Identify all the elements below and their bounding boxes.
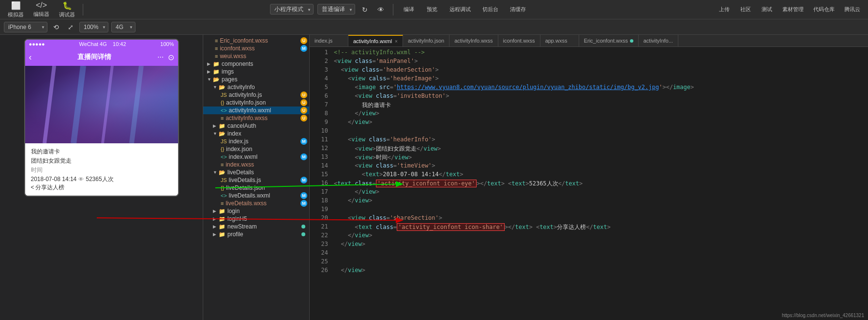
- tab-label: iconfont.wxss: [503, 38, 535, 44]
- tree-folder-newstream[interactable]: ▶ 📁 newStream: [203, 223, 309, 230]
- tree-item-index-json[interactable]: {} index.json: [203, 145, 309, 153]
- repo-btn[interactable]: 代码仓库: [809, 5, 838, 14]
- tree-item-activityinfo-js[interactable]: JS activityInfo.js U: [203, 91, 309, 99]
- main-layout: ●●●●● WeChat 4G 10:42 100% ‹ 直播间详情 ··· ⊙: [0, 35, 868, 320]
- nav-dots[interactable]: ···: [157, 53, 164, 62]
- compile-select-wrapper[interactable]: 普通编译: [317, 4, 355, 15]
- tree-item-livedetails-json[interactable]: {} liveDetails.json: [203, 184, 309, 192]
- upload-btn[interactable]: 上传: [715, 5, 734, 14]
- code-line: 1 <!-- activityInfo.wxml -->: [310, 49, 868, 58]
- zoom-select[interactable]: 100%: [79, 22, 108, 32]
- tree-folder-loginh5[interactable]: ▶ 📁 loginH5: [203, 215, 309, 223]
- tab-app-wxss[interactable]: app.wxss: [540, 35, 579, 46]
- code-line: 18 </view>: [310, 197, 868, 206]
- line-number: 26: [314, 267, 328, 274]
- code-content: <text>2018-07-08 14:14</text>: [334, 171, 864, 178]
- switch-btn[interactable]: 切后台: [479, 4, 502, 15]
- mode-select[interactable]: 小程序模式: [270, 4, 314, 15]
- file-icon: JS: [221, 177, 227, 183]
- test-btn[interactable]: 测试: [757, 5, 777, 14]
- nav-record[interactable]: ⊙: [168, 53, 174, 62]
- badge-m: M: [300, 45, 307, 52]
- tree-item-label: index.wxss: [225, 161, 254, 168]
- line-number: 5: [314, 84, 328, 91]
- collapse-arrow: ▶: [213, 224, 219, 229]
- line-number: 17: [314, 188, 328, 195]
- phone-nav: ‹ 直播间详情 ··· ⊙: [25, 48, 178, 66]
- simulator-btn[interactable]: ⬜ 模拟器: [4, 0, 28, 19]
- line-number: 4: [314, 75, 328, 82]
- tab-close-btn[interactable]: ×: [395, 39, 398, 44]
- tree-item-iconfont-wxss[interactable]: ≡ iconfont.wxss M: [203, 45, 309, 52]
- tree-folder-imgs[interactable]: ▶ 📁 imgs: [203, 68, 309, 76]
- tree-item-label: Eric_iconfont.wxss: [220, 37, 268, 44]
- code-content: <view class='headerSection'>: [334, 66, 864, 73]
- tree-item-index-wxss[interactable]: ≡ index.wxss: [203, 161, 309, 168]
- tree-item-activityinfo-wxss[interactable]: ≡ activityInfo.wxss U: [203, 114, 309, 122]
- tab-activityinfo-wxml[interactable]: activityInfo.wxml ×: [348, 35, 403, 46]
- compile-btn[interactable]: 编译: [399, 4, 419, 15]
- tab-index-js[interactable]: index.js: [310, 35, 348, 46]
- phone-battery: 100%: [160, 41, 174, 47]
- tree-item-label: cancelAuth: [227, 122, 256, 129]
- separator1: [83, 4, 83, 15]
- network-select-wrapper[interactable]: 4G: [111, 22, 135, 32]
- community-btn[interactable]: 社区: [736, 5, 755, 14]
- tree-folder-activityinfo[interactable]: ▼ 📂 activityInfo: [203, 83, 309, 91]
- debugger-icon: 🐛: [62, 1, 72, 10]
- tree-item-weui-wxss[interactable]: ≡ weui.wxss: [203, 52, 309, 60]
- tree-item-label: profile: [227, 231, 243, 238]
- tab-iconfont-wxss[interactable]: iconfont.wxss: [498, 35, 540, 46]
- clear-btn[interactable]: 清缓存: [506, 4, 530, 15]
- code-line: 26 </view>: [310, 267, 868, 275]
- tree-item-livedetails-wxml[interactable]: <> liveDetails.wxml M: [203, 192, 309, 199]
- tab-activityinfo-dots[interactable]: activityInfo...: [639, 35, 678, 46]
- code-content: </view>: [334, 188, 864, 195]
- tree-item-label: index: [227, 130, 241, 137]
- tree-item-livedetails-wxss[interactable]: ≡ liveDetails.wxss M: [203, 199, 309, 207]
- phone-hero-image: [25, 66, 178, 143]
- tree-folder-login[interactable]: ▶ 📁 login: [203, 207, 309, 215]
- tab-label: activityInfo.wxss: [454, 38, 493, 44]
- tree-item-label: liveDetails: [227, 169, 254, 176]
- rotate-btn[interactable]: ⟲: [50, 21, 62, 33]
- expand-btn[interactable]: ⤢: [65, 21, 76, 33]
- tree-item-label: login: [227, 208, 239, 214]
- code-content: <text class='activity_iconfont icon-eye'…: [334, 180, 864, 188]
- collapse-arrow: ▼: [207, 77, 213, 82]
- assets-btn[interactable]: 素材管理: [778, 5, 808, 14]
- mode-select-wrapper[interactable]: 小程序模式: [270, 4, 314, 15]
- refresh-btn[interactable]: ↻: [359, 4, 371, 15]
- file-icon: {}: [221, 100, 224, 106]
- tree-item-activityinfo-json[interactable]: {} activityInfo.json U: [203, 99, 309, 107]
- tab-activityinfo-json[interactable]: activityInfo.json: [403, 35, 449, 46]
- tencent-btn[interactable]: 腾讯云: [840, 5, 864, 14]
- tab-eric-iconfont-wxss[interactable]: Eric_iconfont.wxss: [579, 35, 639, 46]
- zoom-select-wrapper[interactable]: 100%: [79, 22, 108, 32]
- editor-btn[interactable]: </> 编辑器: [30, 0, 53, 19]
- tree-folder-livedetails[interactable]: ▼ 📂 liveDetails: [203, 168, 309, 176]
- badge-m: M: [300, 177, 307, 183]
- device-select-wrapper[interactable]: iPhone 6: [4, 22, 47, 32]
- tree-item-activityinfo-wxml[interactable]: <> activityInfo.wxml U: [203, 107, 309, 114]
- time-label: 时间: [31, 166, 172, 175]
- tree-item-index-js[interactable]: JS index.js M: [203, 137, 309, 145]
- tree-item-index-wxml[interactable]: <> index.wxml M: [203, 153, 309, 161]
- tab-activityinfo-wxss[interactable]: activityInfo.wxss: [449, 35, 498, 46]
- tree-item-livedetails-js[interactable]: JS liveDetails.js M: [203, 176, 309, 184]
- eye-btn[interactable]: 👁: [374, 4, 387, 15]
- network-select[interactable]: 4G: [111, 22, 135, 32]
- preview-btn[interactable]: 预览: [422, 4, 442, 15]
- compile-select[interactable]: 普通编译: [317, 4, 355, 15]
- remote-debug-btn[interactable]: 远程调试: [446, 4, 475, 15]
- tree-folder-cancelauth[interactable]: ▶ 📁 cancelAuth: [203, 122, 309, 130]
- debugger-btn[interactable]: 🐛 调试器: [55, 0, 79, 19]
- tree-item-eric-wxss[interactable]: ≡ Eric_iconfont.wxss U: [203, 37, 309, 45]
- tree-folder-profile[interactable]: ▶ 📁 profile: [203, 230, 309, 238]
- tree-folder-index[interactable]: ▼ 📂 index: [203, 130, 309, 137]
- code-area[interactable]: 1 <!-- activityInfo.wxml --> 2 <view cla…: [310, 47, 868, 320]
- tree-folder-pages[interactable]: ▼ 📂 pages: [203, 76, 309, 83]
- device-select[interactable]: iPhone 6: [4, 22, 47, 32]
- folder-icon: 📂: [219, 84, 225, 91]
- tree-folder-components[interactable]: ▶ 📁 components: [203, 60, 309, 68]
